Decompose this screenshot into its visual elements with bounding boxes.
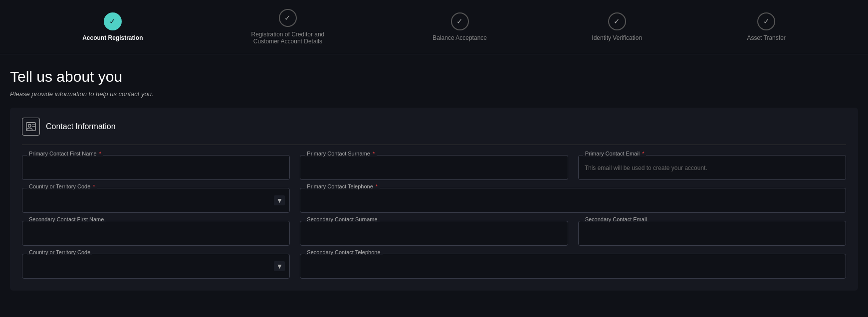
contact-icon: [22, 118, 40, 136]
primary-telephone-input[interactable]: [300, 188, 846, 213]
primary-surname-input[interactable]: [300, 155, 568, 180]
page-subtitle: Please provide information to help us co…: [10, 90, 858, 98]
form-row-4: Country or Territory Code ▼ Secondary Co…: [22, 254, 846, 279]
secondary-telephone-group: Secondary Contact Telephone: [300, 254, 846, 279]
form-row-2: Country or Territory Code * ▼ Primary Co…: [22, 188, 846, 213]
step-circle-5: ✓: [757, 12, 775, 30]
secondary-first-name-group: Secondary Contact First Name: [22, 221, 290, 246]
step-circle-3: ✓: [451, 12, 469, 30]
step-identity-verification[interactable]: ✓ Identity Verification: [592, 12, 642, 41]
secondary-email-input[interactable]: [578, 221, 846, 246]
step-balance-acceptance[interactable]: ✓ Balance Acceptance: [433, 12, 487, 41]
form-row-1: Primary Contact First Name * Primary Con…: [22, 155, 846, 180]
stepper: ✓ Account Registration ✓ Registration of…: [0, 0, 868, 54]
step-label-5: Asset Transfer: [747, 34, 785, 41]
step-creditor-details[interactable]: ✓ Registration of Creditor and Customer …: [248, 9, 328, 45]
step-account-registration[interactable]: ✓ Account Registration: [82, 12, 143, 41]
step-label-1: Account Registration: [82, 34, 143, 41]
step-label-2: Registration of Creditor and Customer Ac…: [248, 31, 328, 45]
country-code-2-select[interactable]: [22, 254, 290, 279]
step-circle-1: ✓: [104, 12, 122, 30]
secondary-first-name-input[interactable]: [22, 221, 290, 246]
card-title: Contact Information: [46, 122, 116, 131]
svg-point-1: [28, 124, 31, 127]
page-content: Tell us about you Please provide informa…: [0, 54, 868, 301]
form-row-3: Secondary Contact First Name Secondary C…: [22, 221, 846, 246]
page-title: Tell us about you: [10, 68, 858, 85]
secondary-surname-group: Secondary Contact Surname: [300, 221, 568, 246]
contact-information-card: Contact Information Primary Contact Firs…: [10, 108, 858, 291]
country-code-2-group: Country or Territory Code ▼: [22, 254, 290, 279]
step-circle-2: ✓: [279, 9, 297, 27]
country-code-1-group: Country or Territory Code * ▼: [22, 188, 290, 213]
primary-surname-group: Primary Contact Surname *: [300, 155, 568, 180]
secondary-email-group: Secondary Contact Email: [578, 221, 846, 246]
primary-first-name-group: Primary Contact First Name *: [22, 155, 290, 180]
card-divider: [22, 145, 846, 145]
secondary-telephone-input[interactable]: [300, 254, 846, 279]
primary-first-name-input[interactable]: [22, 155, 290, 180]
step-asset-transfer[interactable]: ✓ Asset Transfer: [747, 12, 785, 41]
step-circle-4: ✓: [608, 12, 626, 30]
secondary-surname-input[interactable]: [300, 221, 568, 246]
step-label-3: Balance Acceptance: [433, 34, 487, 41]
primary-email-input[interactable]: [578, 155, 846, 180]
step-label-4: Identity Verification: [592, 34, 642, 41]
card-header: Contact Information: [22, 118, 846, 136]
primary-telephone-group: Primary Contact Telephone *: [300, 188, 846, 213]
primary-email-group: Primary Contact Email *: [578, 155, 846, 180]
country-code-1-select[interactable]: [22, 188, 290, 213]
